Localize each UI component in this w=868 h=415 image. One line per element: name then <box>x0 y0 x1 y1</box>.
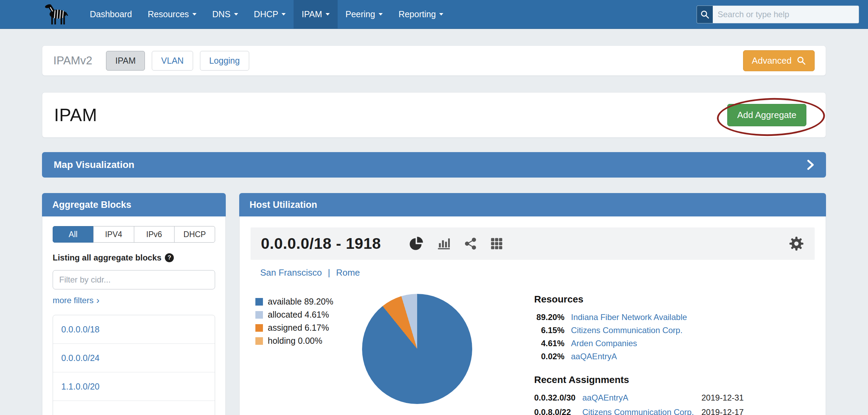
legend-item: assigned 6.17% <box>255 323 359 333</box>
assignment-date: 2019-12-17 <box>701 407 744 415</box>
assignment-date: 2019-12-31 <box>701 393 744 403</box>
zebra-logo[interactable] <box>42 0 72 29</box>
cidr-filter-input[interactable] <box>53 270 215 289</box>
resource-link[interactable]: Indiana Fiber Network Available <box>571 312 687 322</box>
resource-row: 4.61% Arden Companies <box>534 339 815 348</box>
assignment-link[interactable]: Citizens Communication Corp. <box>582 407 701 415</box>
search-icon <box>796 56 806 65</box>
bar-chart-icon[interactable] <box>436 236 451 251</box>
grid-icon[interactable] <box>490 237 504 251</box>
resource-percent: 89.20% <box>534 312 564 322</box>
host-utilization-header: Host Utilization <box>239 193 826 216</box>
list-item-aggregate[interactable]: 0.0.0.0/24 <box>53 344 215 372</box>
resource-percent: 6.15% <box>534 326 564 335</box>
search-icon[interactable] <box>697 6 713 23</box>
chevron-down-icon <box>379 13 383 15</box>
legend-swatch <box>255 298 263 306</box>
resource-link[interactable]: Citizens Communication Corp. <box>571 326 682 335</box>
filter-dhcp[interactable]: DHCP <box>174 226 215 243</box>
nav-item-label: Reporting <box>399 9 436 19</box>
listing-label: Listing all aggregate blocks <box>53 253 161 263</box>
list-item-aggregate[interactable] <box>53 401 215 415</box>
location-link[interactable]: Rome <box>336 267 360 278</box>
assignment-row: 0.0.8.0/22 Citizens Communication Corp. … <box>534 407 815 415</box>
chevron-down-icon <box>439 13 443 15</box>
pie-legend: available 89.20% allocated 4.61% assigne… <box>255 294 359 349</box>
page-header: IPAM Add Aggregate <box>42 92 826 138</box>
legend-label: allocated 4.61% <box>268 310 329 320</box>
recent-assignments-heading: Recent Assignments <box>534 374 815 385</box>
view-toggle-icons <box>409 236 504 251</box>
nav-item-dhcp[interactable]: DHCP <box>246 0 294 29</box>
share-icon[interactable] <box>464 237 477 251</box>
nav-item-label: DHCP <box>254 9 278 19</box>
legend-label: assigned 6.17% <box>268 323 329 333</box>
filter-all[interactable]: All <box>53 226 94 243</box>
host-utilization-panel: Host Utilization 0.0.0.0/18 - 1918 <box>239 193 826 415</box>
aggregate-block-list: 0.0.0.0/18 0.0.0.0/24 1.1.0.0/20 <box>53 315 215 415</box>
nav-item-label: DNS <box>212 9 231 19</box>
chevron-down-icon <box>234 13 238 15</box>
assignment-cidr: 0.0.8.0/22 <box>534 407 582 415</box>
nav-item-label: Peering <box>346 9 375 19</box>
resource-percent: 4.61% <box>534 339 564 348</box>
legend-item: allocated 4.61% <box>255 310 359 320</box>
filter-ipv4[interactable]: IPV4 <box>93 226 134 243</box>
gear-icon[interactable] <box>788 236 804 252</box>
tab-logging[interactable]: Logging <box>200 51 249 71</box>
assignment-link[interactable]: aaQAEntryA <box>582 393 701 403</box>
legend-swatch <box>255 337 263 345</box>
ipamv2-toolbar: IPAMv2 IPAM VLAN Logging Advanced <box>42 45 826 76</box>
location-link[interactable]: San Franscisco <box>260 267 322 278</box>
list-item-aggregate[interactable]: 0.0.0.0/18 <box>53 315 215 344</box>
aggregate-blocks-body: All IPV4 IPv6 DHCP Listing all aggregate… <box>42 216 226 415</box>
advanced-search-button[interactable]: Advanced <box>743 50 815 71</box>
assignment-row: 0.0.32.0/30 aaQAEntryA 2019-12-31 <box>534 393 815 403</box>
map-visualization-title: Map Visualization <box>54 159 134 170</box>
search-input[interactable] <box>713 6 859 23</box>
aggregate-blocks-header: Aggregate Blocks <box>42 193 226 216</box>
resources-heading: Resources <box>534 294 815 305</box>
pie-chart-icon[interactable] <box>409 236 424 251</box>
host-block-title: 0.0.0.0/18 - 1918 <box>261 235 381 253</box>
nav-item-label: Resources <box>148 9 189 19</box>
aggregate-blocks-panel: Aggregate Blocks All IPV4 IPv6 DHCP List… <box>42 193 226 415</box>
listing-label-row: Listing all aggregate blocks ? <box>53 253 215 263</box>
legend-swatch <box>255 311 263 319</box>
list-item-aggregate[interactable]: 1.1.0.0/20 <box>53 372 215 401</box>
aggregate-filter-group: All IPV4 IPv6 DHCP <box>53 226 215 243</box>
chevron-right-icon <box>807 159 814 170</box>
add-aggregate-button[interactable]: Add Aggregate <box>727 104 806 126</box>
top-navbar: Dashboard Resources DNS DHCP IPAM Peerin… <box>0 0 868 29</box>
location-links: San Franscisco | Rome <box>251 267 815 278</box>
more-filters-link[interactable]: more filters › <box>53 296 99 305</box>
legend-label: available 89.20% <box>268 297 333 307</box>
page-title: IPAM <box>54 105 97 125</box>
nav-item-resources[interactable]: Resources <box>140 0 204 29</box>
nav-item-reporting[interactable]: Reporting <box>391 0 451 29</box>
resource-row: 6.15% Citizens Communication Corp. <box>534 326 815 335</box>
nav-item-label: IPAM <box>301 9 322 19</box>
host-block-strip: 0.0.0.0/18 - 1918 <box>251 227 815 260</box>
advanced-label: Advanced <box>752 55 792 66</box>
pie-chart <box>362 294 472 404</box>
chevron-right-icon: › <box>96 296 99 305</box>
tab-ipam[interactable]: IPAM <box>106 51 145 71</box>
nav-item-dns[interactable]: DNS <box>204 0 246 29</box>
resource-link[interactable]: Arden Companies <box>571 339 637 348</box>
legend-label: holding 0.00% <box>268 336 322 346</box>
filter-ipv6[interactable]: IPv6 <box>134 226 175 243</box>
tab-vlan[interactable]: VLAN <box>152 51 193 71</box>
chevron-down-icon <box>192 13 197 15</box>
nav-item-label: Dashboard <box>90 9 132 19</box>
resource-link[interactable]: aaQAEntryA <box>571 352 617 361</box>
map-visualization-toggle[interactable]: Map Visualization <box>42 152 826 178</box>
global-search <box>697 6 859 23</box>
nav-item-peering[interactable]: Peering <box>338 0 391 29</box>
nav-item-ipam[interactable]: IPAM <box>294 0 337 29</box>
more-filters-label: more filters <box>53 296 94 305</box>
chevron-down-icon <box>326 13 330 15</box>
help-icon[interactable]: ? <box>165 253 174 262</box>
nav-item-dashboard[interactable]: Dashboard <box>82 0 140 29</box>
host-utilization-body: 0.0.0.0/18 - 1918 <box>239 216 826 415</box>
